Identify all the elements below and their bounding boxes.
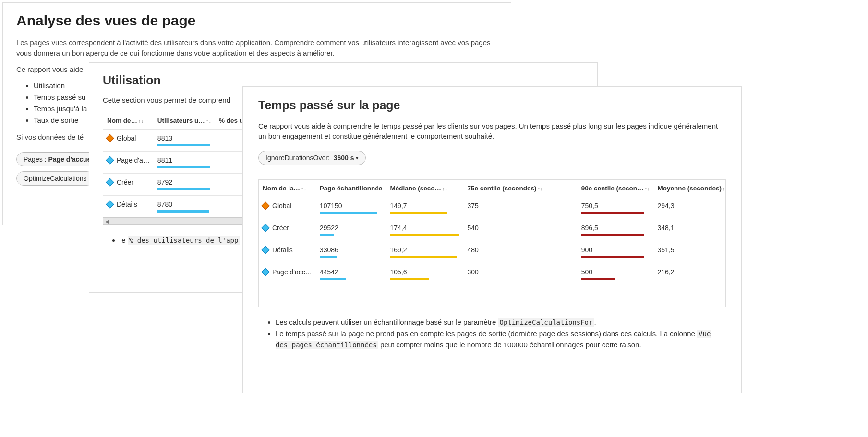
median-value: 149,7 — [390, 202, 459, 210]
median-value: 105,6 — [390, 268, 459, 276]
diamond-icon — [106, 156, 114, 165]
diamond-icon — [106, 201, 114, 209]
pill-label: Pages : — [24, 155, 46, 163]
bar-blue — [320, 256, 337, 258]
code-text: OptimizeCalculationsFor — [498, 318, 594, 327]
time-table: Nom de la…↑↓ Page échantillonnée Médiane… — [258, 179, 726, 307]
diamond-icon — [262, 246, 270, 254]
bar-yellow — [390, 256, 457, 258]
bar-blue — [157, 210, 209, 213]
col-header-p90[interactable]: 90e centile (secon…↑↓ — [578, 180, 654, 197]
table-row[interactable]: Détails33086169,2480900351,5 — [259, 241, 726, 263]
optimize-calc-pill[interactable]: OptimizeCalculations — [16, 171, 94, 186]
users-value: 8780 — [157, 201, 211, 208]
table-row[interactable]: Détails8780 — [103, 196, 248, 218]
table-row[interactable]: Créer29522174,4540896,5348,1 — [259, 219, 726, 241]
diamond-icon — [106, 134, 114, 142]
sampled-value: 33086 — [320, 246, 383, 254]
sort-icon: ↑↓ — [138, 118, 144, 124]
table-row[interactable]: Global8813 — [103, 130, 248, 152]
note-item: Les calculs peuvent utiliser un échantil… — [276, 317, 726, 328]
page-name: Global — [117, 134, 136, 142]
users-value: 8811 — [157, 156, 211, 164]
sort-icon: ↑↓ — [206, 118, 211, 124]
page-title: Analyse des vues de page — [16, 12, 497, 29]
bar-blue — [320, 234, 334, 236]
pill-value: 3600 s — [334, 154, 354, 162]
users-value: 8792 — [157, 178, 211, 186]
col-header-p75[interactable]: 75e centile (secondes)↑↓ — [463, 180, 577, 197]
sort-icon: ↑↓ — [644, 186, 650, 191]
sort-icon: ↑↓ — [301, 186, 306, 191]
ignore-durations-pill[interactable]: IgnoreDurationsOver: 3600 s ▾ — [258, 151, 366, 165]
median-value: 174,4 — [390, 224, 459, 232]
pill-label: OptimizeCalculations — [24, 175, 87, 182]
diamond-icon — [262, 268, 270, 276]
bar-yellow — [390, 234, 459, 236]
pill-label: IgnoreDurationsOver: — [265, 154, 330, 162]
p90-value: 896,5 — [581, 224, 650, 232]
p90-value: 750,5 — [581, 202, 650, 210]
col-header-name[interactable]: Nom de…↑↓ — [103, 112, 154, 130]
horizontal-scrollbar[interactable] — [103, 217, 247, 225]
note-item: Le temps passé sur la page ne prend pas … — [276, 328, 726, 351]
table-row[interactable]: Créer8792 — [103, 174, 248, 196]
p75-value: 375 — [467, 202, 478, 210]
page-name: Global — [272, 202, 291, 210]
section-intro: Ce rapport vous aide à comprendre le tem… — [258, 121, 726, 141]
col-header-median[interactable]: Médiane (seco…↑↓ — [386, 180, 463, 197]
bar-red — [581, 212, 644, 214]
pages-filter-pill[interactable]: Pages : Page d'accue — [16, 152, 98, 166]
intro-text: Les pages vues correspondent à l'activit… — [16, 37, 497, 59]
bar-red — [581, 256, 644, 258]
p90-value: 900 — [581, 246, 650, 254]
table-row[interactable]: Page d'acc…44542105,6300500216,2 — [259, 263, 726, 285]
p90-value: 500 — [581, 268, 650, 276]
bar-red — [581, 278, 615, 280]
sampled-value: 29522 — [320, 224, 383, 232]
time-on-page-panel: Temps passé sur la page Ce rapport vous … — [242, 86, 742, 393]
bar-yellow — [390, 278, 429, 280]
sampled-value: 107150 — [320, 202, 383, 210]
avg-value: 348,1 — [657, 224, 674, 232]
bar-blue — [157, 188, 210, 190]
bar-blue — [320, 212, 377, 214]
section-title: Utilisation — [103, 73, 584, 87]
col-header-avg[interactable]: Moyenne (secondes)↑↓ — [653, 180, 725, 197]
sort-icon: ↑↓ — [442, 186, 447, 191]
code-text: % des utilisateurs de l'app — [128, 236, 240, 245]
col-header-name[interactable]: Nom de la…↑↓ — [259, 180, 316, 197]
sort-icon: ↑↓ — [723, 186, 726, 191]
page-name: Créer — [117, 178, 133, 186]
diamond-icon — [106, 178, 114, 187]
page-name: Page d'a… — [117, 156, 150, 164]
bar-yellow — [390, 212, 447, 214]
avg-value: 216,2 — [657, 268, 674, 276]
chevron-down-icon: ▾ — [356, 155, 359, 161]
table-row[interactable]: Page d'a…8811 — [103, 152, 248, 174]
bar-blue — [320, 278, 346, 280]
col-header-sampled[interactable]: Page échantillonnée — [316, 180, 386, 197]
page-name: Créer — [272, 224, 289, 232]
page-name: Détails — [117, 201, 137, 208]
col-header-users[interactable]: Utilisateurs u…↑↓ — [154, 112, 215, 130]
pill-value: Page d'accue — [48, 155, 91, 163]
avg-value: 294,3 — [657, 202, 674, 210]
utilisation-table: Nom de…↑↓ Utilisateurs u…↑↓ % des u Glob… — [103, 112, 248, 218]
avg-value: 351,5 — [657, 246, 674, 254]
page-name: Page d'acc… — [272, 268, 312, 276]
section-title: Temps passé sur la page — [258, 98, 726, 112]
median-value: 169,2 — [390, 246, 459, 254]
p75-value: 540 — [467, 224, 478, 232]
bar-red — [581, 234, 644, 236]
users-value: 8813 — [157, 134, 211, 142]
bar-blue — [157, 166, 210, 168]
diamond-icon — [262, 202, 270, 210]
p75-value: 300 — [467, 268, 478, 276]
sampled-value: 44542 — [320, 268, 383, 276]
p75-value: 480 — [467, 246, 478, 254]
table-row[interactable]: Global107150149,7375750,5294,3 — [259, 197, 726, 219]
bar-blue — [157, 144, 210, 146]
sort-icon: ↑↓ — [537, 186, 542, 191]
diamond-icon — [262, 224, 270, 232]
